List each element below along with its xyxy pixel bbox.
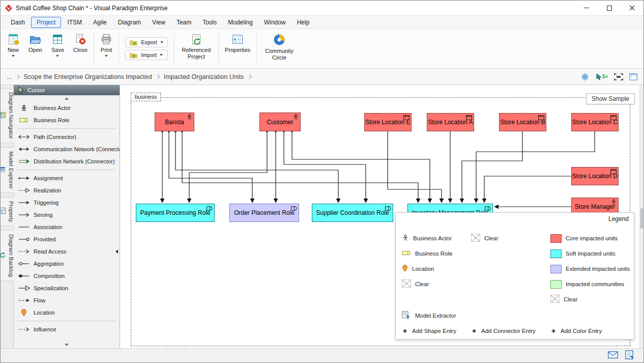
- node-order-placement-role[interactable]: Order Placement Role: [229, 204, 299, 222]
- close-button[interactable]: [621, 1, 643, 15]
- menu-project[interactable]: Project: [31, 17, 61, 28]
- palette-separator: [18, 128, 115, 129]
- tab-diagram-backlog[interactable]: Diagram Backlog: [1, 230, 15, 281]
- palette-item-location[interactable]: Location: [14, 306, 120, 319]
- referenced-project-button[interactable]: Referenced Project: [176, 30, 217, 67]
- node-store-location-e[interactable]: Store Location E: [364, 113, 412, 131]
- palette-item-cursor[interactable]: Cursor: [14, 85, 120, 95]
- maximize-button[interactable]: [598, 1, 621, 15]
- palette-item-association[interactable]: Association: [14, 221, 120, 233]
- business-role-icon: [402, 250, 411, 257]
- node-store-location-b[interactable]: Store Location B: [499, 113, 546, 131]
- node-barista[interactable]: Barista: [155, 113, 194, 131]
- node-customer[interactable]: Customer: [259, 113, 301, 131]
- node-store-location-c[interactable]: Store Location C: [571, 113, 619, 131]
- new-dropdown-icon[interactable]: [12, 55, 15, 57]
- print-dropdown-icon[interactable]: [105, 55, 108, 57]
- save-dropdown-icon[interactable]: [56, 55, 59, 57]
- palette-scroll-up[interactable]: [14, 95, 120, 102]
- vertical-scrollbar[interactable]: [639, 85, 643, 348]
- import-button[interactable]: Import: [125, 50, 168, 60]
- tab-property[interactable]: Property: [1, 197, 15, 227]
- toolbar-separator: [218, 33, 219, 64]
- breadcrumb-item[interactable]: Scope the Enterprise Organizations Impac…: [23, 73, 152, 80]
- node-store-location-d[interactable]: Store Location D: [571, 167, 619, 185]
- menu-agile[interactable]: Agile: [88, 17, 112, 27]
- save-button[interactable]: Save: [47, 30, 69, 67]
- palette-item-serving[interactable]: Serving: [14, 209, 120, 221]
- open-button[interactable]: Open: [24, 30, 47, 67]
- node-store-location-a[interactable]: Store Location A: [427, 113, 474, 131]
- clear-icon: [402, 280, 411, 289]
- organization-unit-icon: [403, 115, 409, 122]
- print-button[interactable]: Print: [96, 30, 117, 67]
- diagram-canvas[interactable]: business Show Sample: [120, 85, 643, 348]
- add-color-entry-button[interactable]: +Add Color Entry: [550, 326, 602, 336]
- menu-tools[interactable]: Tools: [197, 17, 222, 27]
- close-project-button[interactable]: Close: [69, 30, 92, 67]
- node-supplier-coordination-role[interactable]: Supplier Coordination Role: [312, 204, 393, 222]
- toolbar-separator: [256, 33, 257, 64]
- panel-layout-button[interactable]: [629, 73, 637, 80]
- scrollbar-thumb[interactable]: [640, 208, 643, 229]
- palette-item-read-access[interactable]: Read Access: [14, 245, 120, 258]
- palette-item-assignment[interactable]: Assignment: [14, 172, 120, 184]
- node-payment-processing-role[interactable]: Payment Processing Role: [136, 204, 215, 222]
- palette-item-specialization[interactable]: Specialization: [14, 282, 120, 294]
- palette-item-path-connector[interactable]: Path (Connector): [14, 131, 120, 143]
- menu-modeling[interactable]: Modeling: [223, 17, 258, 27]
- palette-item-composition[interactable]: Composition: [14, 270, 120, 282]
- add-shape-entry-button[interactable]: +Add Shape Entry: [402, 326, 456, 336]
- export-button[interactable]: Export: [125, 37, 168, 47]
- properties-button[interactable]: Properties: [220, 30, 255, 67]
- menu-team[interactable]: Team: [171, 17, 196, 27]
- palette-item-triggering[interactable]: Triggering: [14, 197, 120, 209]
- palette-scroll-down[interactable]: [14, 342, 120, 348]
- open-icon: [29, 33, 41, 45]
- menu-diagram[interactable]: Diagram: [113, 17, 146, 27]
- serving-icon: [18, 212, 30, 218]
- breadcrumb-ellipsis[interactable]: ...: [7, 73, 12, 80]
- model-extractor-button[interactable]: Model Extractor: [402, 311, 456, 321]
- fit-to-window-button[interactable]: [614, 73, 623, 80]
- message-button[interactable]: [608, 351, 618, 360]
- palette-item-aggregation[interactable]: Aggregation: [14, 258, 120, 270]
- palette-item-communication-network[interactable]: Communication Network (Connector): [14, 143, 120, 155]
- breadcrumb-item-current[interactable]: Impacted Organization Units: [164, 73, 244, 80]
- menu-view[interactable]: View: [147, 17, 170, 27]
- toolbar-separator: [94, 33, 94, 64]
- palette-item-business-actor[interactable]: Business Actor: [14, 102, 120, 114]
- layout-diagram-button[interactable]: [580, 72, 590, 81]
- show-sample-button[interactable]: Show Sample: [586, 93, 635, 104]
- pointer-collaborators-button[interactable]: 3+: [596, 73, 608, 80]
- palette-item-influence[interactable]: Influence: [14, 323, 120, 336]
- import-dropdown-icon[interactable]: [160, 54, 163, 56]
- tab-diagram-navigator[interactable]: Diagram Navigator: [1, 88, 15, 143]
- import-icon: [130, 51, 138, 59]
- add-connector-entry-button[interactable]: +Add Connector Entry: [471, 326, 536, 336]
- palette-item-realization[interactable]: Realization: [14, 184, 120, 197]
- palette-item-business-role[interactable]: Business Role: [14, 114, 120, 126]
- new-button[interactable]: New: [3, 30, 24, 67]
- connector-store-d-inventory: [484, 176, 571, 202]
- menu-help[interactable]: Help: [292, 17, 315, 27]
- save-icon: [51, 33, 64, 45]
- palette-item-flow[interactable]: Flow: [14, 294, 120, 306]
- minimize-button[interactable]: [575, 1, 598, 15]
- menu-itsm[interactable]: ITSM: [62, 17, 87, 27]
- palette-item-provided[interactable]: Provided: [14, 233, 120, 245]
- organization-unit-icon: [538, 115, 544, 122]
- community-circle-button[interactable]: Community Circle: [258, 30, 300, 67]
- legend-entry-shape-clear: Clear: [402, 279, 429, 289]
- export-dropdown-icon[interactable]: [160, 41, 163, 43]
- color-swatch: [550, 265, 562, 273]
- flyout-arrow-icon[interactable]: [115, 249, 118, 254]
- report-button[interactable]: [625, 350, 633, 361]
- app-logo-icon: [5, 5, 12, 12]
- business-actor-icon: [293, 114, 299, 122]
- tab-model-explorer[interactable]: Model Explorer: [1, 147, 15, 193]
- menu-window[interactable]: Window: [259, 17, 291, 27]
- menu-dash[interactable]: Dash: [6, 17, 30, 27]
- connector-store-b-inventory: [462, 131, 522, 202]
- palette-item-distribution-network[interactable]: Distribution Network (Connector): [14, 155, 120, 167]
